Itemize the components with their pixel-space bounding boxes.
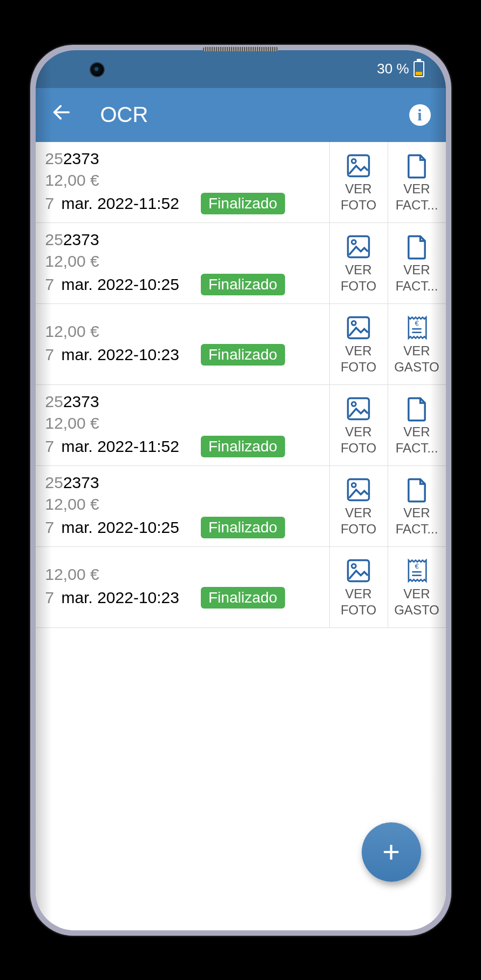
- list-row: 25237312,00 €7 mar. 2022-10:25Finalizado…: [36, 466, 446, 547]
- action-label: FACT...: [389, 441, 445, 455]
- row-date: 7 mar. 2022-11:52: [45, 194, 179, 213]
- row-actions: VERFOTOVERGASTO: [329, 547, 446, 627]
- row-amount: 12,00 €: [45, 322, 329, 341]
- view-invoice-button[interactable]: VERFACT...: [388, 223, 446, 303]
- fab-add-button[interactable]: +: [362, 822, 421, 882]
- row-actions: VERFOTOVERGASTO: [329, 304, 446, 384]
- list-content: 25237312,00 €7 mar. 2022-11:52Finalizado…: [36, 142, 446, 930]
- row-amount: 12,00 €: [45, 565, 329, 584]
- row-info: 12,00 €7 mar. 2022-10:23Finalizado: [36, 304, 329, 384]
- list-row: 25237312,00 €7 mar. 2022-11:52Finalizado…: [36, 142, 446, 223]
- row-id-prefix: 25: [45, 474, 63, 491]
- view-expense-button[interactable]: VERGASTO: [388, 547, 446, 627]
- phone-speaker: [203, 47, 279, 51]
- action-label: VER: [389, 263, 445, 277]
- row-date-line: 7 mar. 2022-10:25Finalizado: [45, 274, 329, 295]
- row-date-line: 7 mar. 2022-10:23Finalizado: [45, 344, 329, 366]
- row-date: 7 mar. 2022-10:23: [45, 346, 179, 364]
- view-photo-button[interactable]: VERFOTO: [329, 466, 388, 546]
- plus-icon: +: [382, 834, 400, 869]
- image-icon: [344, 395, 372, 423]
- front-camera: [90, 62, 105, 77]
- row-id: 252373: [45, 393, 329, 411]
- action-label: GASTO: [389, 360, 445, 374]
- status-badge: Finalizado: [201, 587, 285, 609]
- document-icon: [403, 152, 431, 180]
- image-icon: [344, 233, 372, 261]
- row-date: 7 mar. 2022-10:25: [45, 518, 179, 537]
- view-photo-button[interactable]: VERFOTO: [329, 223, 388, 303]
- list-row: 12,00 €7 mar. 2022-10:23FinalizadoVERFOT…: [36, 547, 446, 628]
- info-button[interactable]: i: [409, 104, 431, 126]
- action-label: VER: [331, 425, 387, 439]
- list-row: 25237312,00 €7 mar. 2022-10:25Finalizado…: [36, 223, 446, 304]
- row-actions: VERFOTOVERFACT...: [329, 223, 446, 303]
- battery-percent: 30 %: [377, 60, 409, 77]
- list-row: 12,00 €7 mar. 2022-10:23FinalizadoVERFOT…: [36, 304, 446, 385]
- receipt-icon: [403, 314, 431, 342]
- action-label: VER: [331, 587, 387, 601]
- row-id-prefix: 25: [45, 150, 63, 167]
- image-icon: [344, 314, 372, 342]
- row-id-suffix: 2373: [63, 393, 99, 410]
- view-expense-button[interactable]: VERGASTO: [388, 304, 446, 384]
- receipt-icon: [403, 557, 431, 585]
- status-badge: Finalizado: [201, 193, 285, 214]
- row-date-line: 7 mar. 2022-10:23Finalizado: [45, 587, 329, 609]
- document-icon: [403, 233, 431, 261]
- battery-indicator: 30 %: [377, 60, 424, 77]
- row-id-suffix: 2373: [63, 150, 99, 167]
- action-label: FOTO: [331, 603, 387, 617]
- row-info: 25237312,00 €7 mar. 2022-11:52Finalizado: [36, 142, 329, 222]
- arrow-left-icon: [51, 102, 72, 123]
- row-amount: 12,00 €: [45, 252, 329, 271]
- back-button[interactable]: [51, 102, 72, 129]
- action-label: FOTO: [331, 360, 387, 374]
- view-photo-button[interactable]: VERFOTO: [329, 142, 388, 222]
- row-date-line: 7 mar. 2022-11:52Finalizado: [45, 436, 329, 457]
- image-icon: [344, 557, 372, 585]
- status-badge: Finalizado: [201, 517, 285, 538]
- row-date-line: 7 mar. 2022-11:52Finalizado: [45, 193, 329, 214]
- row-amount: 12,00 €: [45, 414, 329, 432]
- status-bar: 30 %: [36, 50, 446, 88]
- row-id-prefix: 25: [45, 231, 63, 248]
- action-label: VER: [389, 425, 445, 439]
- row-date: 7 mar. 2022-11:52: [45, 437, 179, 456]
- status-badge: Finalizado: [201, 436, 285, 457]
- list-row: 25237312,00 €7 mar. 2022-11:52Finalizado…: [36, 385, 446, 466]
- image-icon: [344, 152, 372, 180]
- view-photo-button[interactable]: VERFOTO: [329, 547, 388, 627]
- view-photo-button[interactable]: VERFOTO: [329, 304, 388, 384]
- action-label: VER: [331, 506, 387, 520]
- app-bar: OCR i: [36, 88, 446, 142]
- action-label: VER: [389, 587, 445, 601]
- row-amount: 12,00 €: [45, 495, 329, 513]
- row-date: 7 mar. 2022-10:23: [45, 589, 179, 607]
- row-id-prefix: 25: [45, 393, 63, 410]
- action-label: GASTO: [389, 603, 445, 617]
- action-label: VER: [389, 182, 445, 196]
- document-icon: [403, 395, 431, 423]
- status-badge: Finalizado: [201, 274, 285, 295]
- info-icon: i: [417, 106, 422, 124]
- app-title: OCR: [100, 103, 381, 127]
- status-badge: Finalizado: [201, 344, 285, 366]
- action-label: VER: [331, 182, 387, 196]
- action-label: FACT...: [389, 279, 445, 293]
- row-info: 25237312,00 €7 mar. 2022-10:25Finalizado: [36, 466, 329, 546]
- row-id: 252373: [45, 231, 329, 249]
- action-label: FOTO: [331, 198, 387, 212]
- battery-icon: [414, 61, 424, 77]
- view-invoice-button[interactable]: VERFACT...: [388, 385, 446, 465]
- action-label: VER: [331, 263, 387, 277]
- row-id-suffix: 2373: [63, 231, 99, 248]
- view-invoice-button[interactable]: VERFACT...: [388, 466, 446, 546]
- view-photo-button[interactable]: VERFOTO: [329, 385, 388, 465]
- action-label: FACT...: [389, 522, 445, 536]
- row-actions: VERFOTOVERFACT...: [329, 142, 446, 222]
- action-label: FOTO: [331, 441, 387, 455]
- row-info: 25237312,00 €7 mar. 2022-11:52Finalizado: [36, 385, 329, 465]
- view-invoice-button[interactable]: VERFACT...: [388, 142, 446, 222]
- row-amount: 12,00 €: [45, 171, 329, 190]
